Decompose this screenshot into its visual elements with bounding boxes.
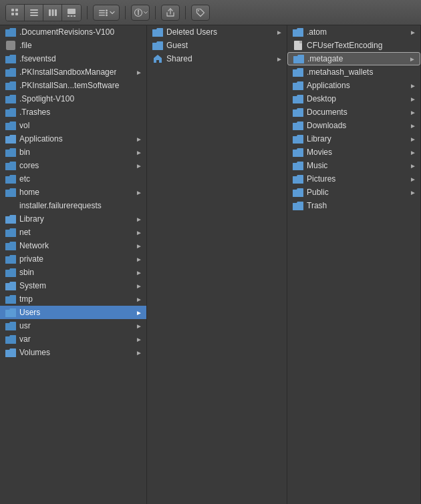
svg-rect-94 (293, 176, 297, 178)
list-item-etc[interactable]: etc (0, 172, 146, 186)
list-item-users[interactable]: Users► (0, 306, 146, 319)
svg-rect-56 (5, 270, 10, 272)
chevron-right-icon: ► (410, 29, 416, 36)
list-item-tmp[interactable]: tmp► (0, 292, 146, 306)
chevron-right-icon: ► (136, 69, 142, 76)
list-item-metagate[interactable]: .metagate► (287, 52, 420, 65)
list-item-public[interactable]: Public► (287, 186, 420, 199)
list-item-usr[interactable]: usr► (0, 319, 146, 332)
svg-rect-84 (293, 109, 297, 111)
svg-rect-78 (293, 69, 297, 71)
list-item-applications2[interactable]: Applications► (287, 79, 420, 92)
list-item-library2[interactable]: Library► (287, 132, 420, 146)
list-item-music[interactable]: Music► (287, 159, 420, 172)
svg-rect-32 (5, 96, 10, 98)
folder-icon (5, 307, 16, 318)
gallery-view-button[interactable] (62, 5, 81, 21)
icon-view-button[interactable] (6, 5, 25, 21)
list-item-pkinstallsantemsoftware[interactable]: .PKInstallSan...temSoftware (0, 79, 146, 92)
item-label-shared: Shared (166, 54, 192, 63)
svg-rect-44 (5, 176, 10, 178)
list-item-pkinstallsandboxmanager[interactable]: .PKInstallSandboxManager► (0, 65, 146, 79)
list-item-applications[interactable]: Applications► (0, 132, 146, 146)
list-item-var[interactable]: var► (0, 332, 146, 346)
svg-point-22 (198, 10, 199, 11)
svg-rect-36 (5, 123, 10, 125)
folder-icon (293, 147, 303, 158)
list-item-network[interactable]: Network► (0, 239, 146, 252)
item-label-applications: Applications (19, 134, 63, 144)
folder-icon (5, 53, 16, 64)
column-2: Deleted Users► Guest Shared► (147, 25, 287, 504)
item-label-deleted-users: Deleted Users (166, 27, 217, 37)
list-item-downloads[interactable]: Downloads► (287, 119, 420, 132)
item-label-trashes: .Trashes (19, 107, 50, 117)
list-item-cores[interactable]: cores► (0, 159, 146, 172)
action-button[interactable] (131, 5, 150, 21)
list-item-atom-dot[interactable]: .atom► (287, 25, 420, 39)
list-item-installer[interactable]: installer.failurerequests (0, 199, 146, 212)
chevron-right-icon: ► (136, 349, 142, 356)
list-item-documentrevisions[interactable]: .DocumentRevisions-V100 (0, 25, 146, 39)
svg-rect-74 (293, 29, 297, 31)
column-view-button[interactable] (43, 5, 62, 21)
svg-rect-15 (99, 12, 105, 13)
chevron-right-icon: ► (136, 242, 142, 250)
list-item-private[interactable]: private► (0, 252, 146, 266)
column-3: .atom►CFUserTextEncoding .metagate► .met… (287, 25, 421, 504)
list-item-guest[interactable]: Guest (147, 39, 287, 52)
list-item-library[interactable]: Library► (0, 212, 146, 226)
list-item-trash[interactable]: Trash (287, 199, 420, 212)
svg-rect-58 (5, 283, 10, 285)
svg-rect-88 (293, 136, 297, 138)
item-label-installer: installer.failurerequests (19, 201, 102, 210)
svg-rect-16 (99, 15, 105, 16)
folder-icon (5, 134, 16, 144)
folder-icon (5, 267, 16, 278)
list-item-spotlight[interactable]: .Spotlight-V100 (0, 92, 146, 105)
list-item-desktop[interactable]: Desktop► (287, 92, 420, 105)
item-label-vol: vol (19, 121, 29, 130)
list-item-cfusertextencoding[interactable]: CFUserTextEncoding (287, 39, 420, 52)
list-item-home[interactable]: home► (0, 186, 146, 199)
folder-icon (5, 93, 16, 104)
chevron-right-icon: ► (136, 296, 142, 303)
folder-icon (5, 67, 16, 77)
list-item-shared[interactable]: Shared► (147, 52, 287, 65)
arrange-button[interactable] (93, 5, 120, 21)
svg-rect-92 (293, 163, 297, 165)
svg-rect-46 (5, 190, 10, 192)
folder-icon (293, 187, 303, 198)
list-item-net[interactable]: net► (0, 226, 146, 239)
list-item-pictures[interactable]: Pictures► (287, 172, 420, 186)
list-item-movies[interactable]: Movies► (287, 146, 420, 159)
list-item-documents[interactable]: Documents► (287, 105, 420, 119)
chevron-right-icon: ► (410, 109, 416, 116)
folder-icon (5, 160, 16, 171)
folder-icon (293, 160, 303, 171)
item-label-metahash-wallets: .metahash_wallets (307, 67, 373, 77)
list-item-system[interactable]: System► (0, 279, 146, 292)
list-item-trashes[interactable]: .Trashes (0, 105, 146, 119)
list-item-file[interactable]: .file (0, 39, 146, 52)
list-item-volumes[interactable]: Volumes► (0, 346, 146, 359)
item-label-documentrevisions: .DocumentRevisions-V100 (19, 27, 114, 37)
tag-button[interactable] (191, 5, 210, 21)
svg-rect-5 (30, 12, 38, 13)
folder-icon (5, 240, 16, 251)
share-button[interactable] (161, 5, 180, 21)
svg-rect-38 (5, 136, 10, 138)
svg-point-17 (106, 9, 108, 11)
chevron-right-icon: ► (136, 162, 142, 170)
list-item-bin[interactable]: bin► (0, 146, 146, 159)
list-view-button[interactable] (25, 5, 43, 21)
svg-rect-76 (293, 56, 298, 58)
folder-icon (5, 254, 16, 264)
list-item-fseventsd[interactable]: .fseventsd (0, 52, 146, 65)
list-item-metahash-wallets[interactable]: .metahash_wallets (287, 65, 420, 79)
item-label-network: Network (19, 241, 49, 250)
list-item-sbin[interactable]: sbin► (0, 266, 146, 279)
list-item-vol[interactable]: vol (0, 119, 146, 132)
list-item-deleted-users[interactable]: Deleted Users► (147, 25, 287, 39)
svg-rect-30 (5, 83, 10, 85)
